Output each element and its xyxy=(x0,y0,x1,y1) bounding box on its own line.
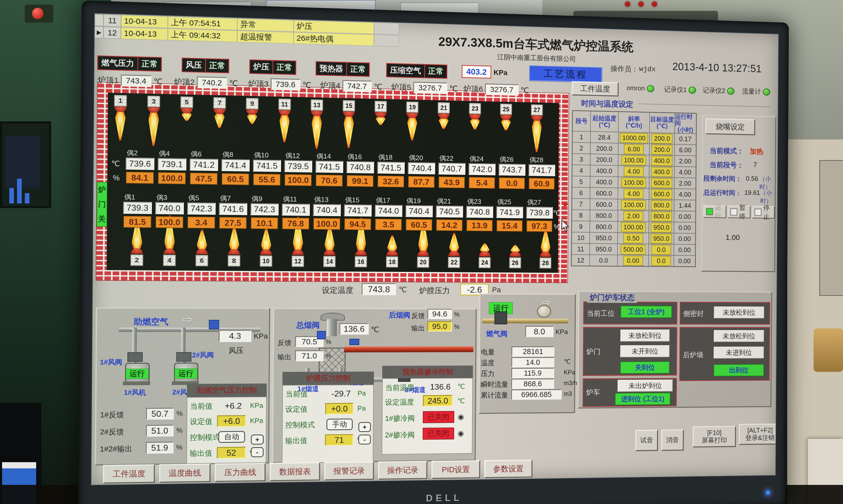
chamber-control-row-value[interactable]: +0.0 xyxy=(325,403,354,414)
burner-run-button[interactable]: 运行 xyxy=(703,205,726,218)
pct-unit-marker: % xyxy=(554,223,560,231)
profile-rate-value[interactable]: 0.00 xyxy=(623,256,643,266)
thermocouple-label: 偶21 xyxy=(437,197,451,206)
profile-target-cell: 600.0 xyxy=(649,177,674,189)
burner-number-plate: 20 xyxy=(417,256,429,268)
preheater-valve1-state[interactable]: 已关闭 xyxy=(423,411,454,423)
preheater-valve2-state[interactable]: 已关闭 xyxy=(423,428,454,440)
air-control-row-value[interactable]: 52 xyxy=(217,447,246,458)
profile-rate-cell: 0.50 xyxy=(617,233,649,244)
profile-header-cell: 起始温度(℃) xyxy=(590,111,618,132)
furnace-top-value: 3276.7 xyxy=(485,84,519,96)
bottom-menu-button[interactable]: 报警记录 xyxy=(324,462,374,480)
profile-target-value[interactable]: 200.0 xyxy=(652,133,672,144)
gas-pressure-unit: KPa xyxy=(494,68,507,77)
profile-rate-value[interactable]: 2.00 xyxy=(624,211,643,221)
furnace-top-label: 炉顶3 xyxy=(248,78,268,90)
profile-runtime-cell: 0.00 xyxy=(674,233,696,245)
chamber-control-mode-button[interactable]: 手动 xyxy=(326,418,353,430)
thermocouple-label: 偶24 xyxy=(469,155,484,164)
bottom-menu-button[interactable]: 数据报表 xyxy=(270,462,320,481)
chamber-control-increase-button[interactable]: + xyxy=(358,422,371,432)
bottom-menu-button[interactable]: 操作记录 xyxy=(378,461,427,480)
bottom-menu-button[interactable]: 温度曲线 xyxy=(159,464,211,483)
profile-rate-value[interactable]: 4.00 xyxy=(624,166,644,177)
bottom-menu-button[interactable]: 参数设置 xyxy=(484,460,533,478)
chamber-control-row-value[interactable]: 71 xyxy=(325,434,353,446)
status-indicator: 压缩空气正常 xyxy=(386,63,447,79)
eye-icon: ◉ xyxy=(458,429,464,437)
profile-rate-value[interactable]: 100.00 xyxy=(621,222,646,232)
burner-settings-button[interactable]: 烧嘴设定 xyxy=(705,118,755,135)
profile-rate-value[interactable]: 1000.00 xyxy=(620,133,648,143)
process-flow-button[interactable]: 工艺流程 xyxy=(529,65,602,83)
thermocouple-output: 84.1 xyxy=(126,172,154,184)
profile-seg-cell: 7▶ xyxy=(572,199,590,210)
profile-rate-value[interactable]: 100.00 xyxy=(621,177,646,188)
profile-target-value[interactable]: 400.0 xyxy=(651,167,672,177)
rear-fb-unit: % xyxy=(454,311,460,318)
flue-out-unit: % xyxy=(326,353,331,360)
thermocouple-label: 偶19 xyxy=(407,196,421,205)
profile-start-temp: 400.0 xyxy=(590,176,618,188)
bottom-menu-button[interactable]: PID设置 xyxy=(431,460,480,479)
thermocouple-label: 偶20 xyxy=(409,153,423,162)
profile-target-value[interactable]: 200.0 xyxy=(651,145,672,155)
status-label: 风压 xyxy=(182,58,205,72)
system-button[interactable]: 消音 xyxy=(661,429,684,451)
system-button[interactable]: [F10] 屏幕打印 xyxy=(693,426,736,448)
profile-target-value[interactable]: 800.0 xyxy=(651,211,672,221)
alarm-time: 上午 09:44:32 xyxy=(168,29,237,42)
thermocouple-output: 0.0 xyxy=(499,177,525,189)
system-button[interactable]: [ALT+F2] 登录&注销 xyxy=(739,424,779,445)
burner-pause-button[interactable]: 暂停 xyxy=(728,205,751,218)
mouse-cursor xyxy=(561,220,570,233)
profile-target-value[interactable]: 0.0 xyxy=(651,256,671,266)
profile-target-value[interactable]: 950.0 xyxy=(651,222,672,232)
total-label: 总运行时间： xyxy=(703,188,741,198)
bottom-menu-button[interactable]: 压力曲线 xyxy=(215,463,266,482)
burner-number-plate: 21 xyxy=(437,102,450,114)
temp-unit-marker: ℃ xyxy=(553,209,561,217)
bottom-menu-button[interactable]: 工件温度 xyxy=(103,464,155,484)
thermocouple-label: 偶4 xyxy=(159,149,170,158)
profile-rate-value[interactable]: 6.00 xyxy=(624,144,644,155)
profile-target-value[interactable]: 400.0 xyxy=(651,156,672,166)
air-control-decrease-button[interactable]: - xyxy=(251,447,264,457)
chamber-control-row-unit: Pa xyxy=(357,404,366,412)
profile-rate-value[interactable]: 4.00 xyxy=(624,188,643,199)
profile-target-value[interactable]: 600.0 xyxy=(651,189,672,199)
hdr-main: 段号 xyxy=(575,118,588,125)
profile-target-value[interactable]: 0.0 xyxy=(651,245,671,255)
burner-number-plate: 25 xyxy=(500,104,512,115)
air-control-increase-button[interactable]: + xyxy=(251,434,264,445)
profile-target-value[interactable]: 600.0 xyxy=(651,178,672,188)
workpiece-temp-button[interactable]: 工件温度 xyxy=(572,81,619,96)
chamber-control-decrease-button[interactable]: - xyxy=(358,434,371,445)
profile-target-value[interactable]: 950.0 xyxy=(651,233,672,244)
thermocouple-temp: 741.9 xyxy=(496,206,523,218)
air-control-mode-button[interactable]: 自动 xyxy=(218,431,245,443)
hot-air-pipe xyxy=(344,346,473,353)
profile-rate-value[interactable]: 100.00 xyxy=(622,155,646,165)
profile-rate-value[interactable]: 500.00 xyxy=(621,245,646,255)
profile-rate-value[interactable]: 100.00 xyxy=(621,200,646,210)
profile-rate-value[interactable]: 0.50 xyxy=(623,233,643,243)
door-state-active: 进到位 (工位1) xyxy=(615,393,670,405)
operator-value: wjdx xyxy=(639,65,656,73)
profile-target-value[interactable]: 800.0 xyxy=(651,200,672,210)
gas-pressure-unit: KPa xyxy=(556,328,568,336)
system-button[interactable]: 试音 xyxy=(635,430,658,451)
air-control-row-value[interactable]: +6.0 xyxy=(217,415,246,427)
gas-row-value: 115.9 xyxy=(512,368,554,378)
furnace-top-temp: 炉顶63276.7℃ xyxy=(463,83,529,96)
door-state-inactive: 未出炉到位 xyxy=(617,380,673,392)
thermocouple-label: 偶9 xyxy=(252,194,263,203)
profile-runtime-cell: 4.00 xyxy=(674,166,696,178)
profile-seg-cell: 10 xyxy=(572,232,590,244)
door-panel-title: 炉门炉车状态 xyxy=(587,292,637,303)
status-value: 正常 xyxy=(424,65,447,78)
profile-target-cell: 0.0 xyxy=(648,255,674,267)
preheater-set-value[interactable]: 245.0 xyxy=(423,395,453,407)
burner-stop-button[interactable]: 停止 xyxy=(752,206,774,219)
